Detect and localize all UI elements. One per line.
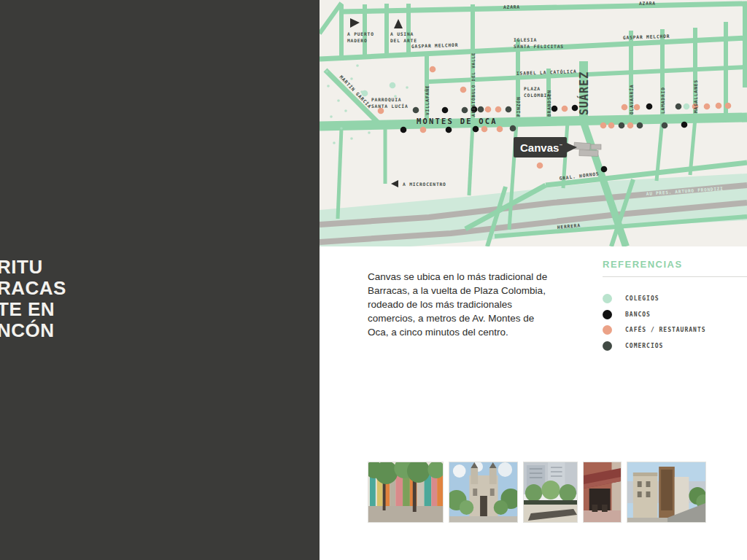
map-dot-ca (495, 106, 502, 113)
park-speckle (368, 131, 371, 134)
map-street-label: BRANDSEN (546, 90, 551, 117)
comercios-dot-icon (603, 341, 612, 351)
map-street-label: OLAVARRÍA (629, 85, 634, 114)
park-speckle (327, 85, 330, 88)
to-usina-del-arte-arrow-icon (394, 19, 403, 28)
map-street-label: ARISTÓBULO DEL VALLE (471, 52, 476, 117)
legend-item-comercios: COMERCIOS (603, 341, 747, 351)
map-dot-cm (662, 122, 668, 129)
map-dot-ca (716, 103, 722, 109)
bancos-dot-icon (603, 310, 612, 319)
cafes-dot-icon (603, 325, 612, 335)
map-dot-cm (676, 104, 682, 110)
map-dot-ca (622, 104, 628, 111)
map-street-label: PLAZA (524, 86, 541, 91)
gallery-thumb-plaza[interactable] (523, 462, 578, 523)
gallery-thumb-church[interactable] (449, 462, 518, 523)
legend-divider (603, 276, 747, 277)
gallery-thumb-cafe[interactable] (583, 462, 622, 523)
to-microcentro-arrow-icon (391, 180, 398, 187)
park-speckle (356, 64, 359, 67)
map-dot-co (684, 104, 690, 110)
map-dot-ba (646, 104, 653, 110)
map-street-label: VILLAFAÑE (425, 85, 430, 115)
map-dot-ca (600, 122, 607, 129)
to-usina-del-arte-label: A USINA (390, 31, 414, 36)
map-dot-cm (478, 106, 484, 113)
park-speckle (325, 70, 328, 73)
map-dot-ca (562, 106, 568, 112)
to-puerto-madero-arrow-icon (350, 18, 360, 28)
park-speckle (350, 77, 353, 80)
park-speckle (406, 86, 409, 89)
to-puerto-madero-label: MADERO (347, 38, 368, 43)
gallery-thumb-avenue[interactable] (627, 462, 706, 523)
content-panel: AZARAAZARAGASPAR MELCHORGASPAR MELCHORIG… (320, 0, 747, 560)
map-dot-ca (485, 106, 492, 113)
map-street (340, 4, 747, 12)
barracas-map: AZARAAZARAGASPAR MELCHORGASPAR MELCHORIG… (320, 0, 747, 246)
map-street-label: AZARA (503, 4, 520, 9)
map-dot-co (390, 82, 396, 89)
map-dot-ca (497, 126, 503, 133)
map-street-label: LAMADRID (660, 87, 665, 114)
map-dot-ca (608, 122, 615, 129)
map-dot-ca (725, 103, 732, 109)
map-street (320, 3, 341, 34)
map-street (338, 128, 341, 219)
clipped-headline: RITU RACAS TE EN NCÓN (0, 257, 66, 341)
map-street-label: PARROQUIA (371, 97, 401, 102)
park-speckle (340, 127, 343, 130)
map-dot-cm (506, 106, 512, 113)
photo-gallery (368, 462, 706, 523)
legend-item-cafes: CAFÉS / RESTAURANTS (603, 325, 747, 335)
map-dot-ba (442, 107, 449, 114)
headline-line: TE EN (0, 299, 66, 320)
map-dot-ba (473, 126, 479, 133)
map-street-label: IGLESIA (514, 37, 537, 42)
map-street-label: AZARA (639, 1, 656, 6)
location-description: Canvas se ubica en lo más tradicional de… (368, 270, 550, 339)
map-dot-ba (400, 127, 407, 133)
map-dot-cm (637, 122, 643, 129)
map-dot-ba (681, 122, 688, 128)
map-legend: REFERENCIAS COLEGIOS BANCOS CAFÉS / REST… (603, 259, 747, 357)
map-street-label: SANTA LUCÍA (371, 104, 409, 109)
legend-title: REFERENCIAS (603, 259, 747, 270)
barracas-map-svg: AZARAAZARAGASPAR MELCHORGASPAR MELCHORIG… (320, 0, 747, 246)
map-dot-cm (510, 125, 516, 132)
map-dot-ca (704, 104, 711, 110)
headline-line: NCÓN (0, 320, 66, 341)
to-microcentro-label: A MICROCENTRO (403, 182, 446, 187)
map-dot-ca (627, 122, 634, 129)
colegios-dot-icon (603, 294, 612, 303)
map-dot-ba (572, 105, 578, 112)
canvas-building-footprint (574, 142, 591, 150)
map-street-label: GASPAR MELCHOR (411, 42, 458, 49)
left-dark-panel: RITU RACAS TE EN NCÓN (0, 0, 320, 560)
map-dot-ba (446, 127, 452, 133)
map-street-label: MONTES DE OCA (417, 117, 498, 125)
park-speckle (330, 115, 333, 118)
legend-item-bancos: BANCOS (603, 310, 747, 319)
map-dot-ca (420, 127, 427, 133)
map-dot-ca (430, 66, 436, 73)
map-street-label: MAGALLANES (693, 79, 698, 113)
park-speckle (344, 109, 347, 112)
map-dot-ba (601, 166, 608, 173)
map-dot-ca (460, 87, 467, 93)
park-speckle (333, 141, 336, 144)
map-dot-ca (537, 163, 543, 169)
map-street-label: PINZÓN (516, 96, 521, 117)
gallery-thumb-colorful-street[interactable] (368, 462, 444, 523)
map-dot-cm (413, 107, 419, 114)
svg-text:Canvas™: Canvas™ (520, 141, 562, 154)
headline-line: RITU (0, 257, 66, 278)
map-street-label: SANTA FELICITAS (514, 44, 564, 49)
headline-line: RACAS (0, 278, 66, 299)
park-speckle (350, 137, 353, 140)
canvas-building-footprint (579, 150, 598, 157)
park-speckle (337, 99, 340, 102)
to-usina-del-arte-label: DEL ARTE (390, 38, 417, 43)
map-dot-cm (462, 107, 468, 114)
